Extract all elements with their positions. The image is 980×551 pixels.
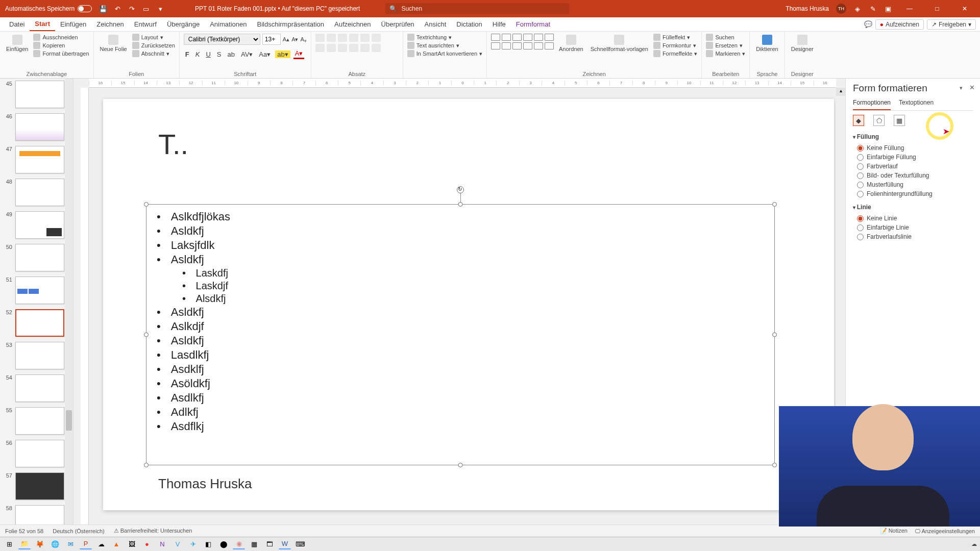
thumb-54[interactable] <box>15 374 64 402</box>
thumb-55[interactable] <box>15 407 64 435</box>
explorer-icon[interactable]: 📁 <box>18 539 31 549</box>
shadow-button[interactable]: ab <box>226 50 236 59</box>
close-button[interactable]: ✕ <box>954 1 975 16</box>
outdent-icon[interactable] <box>338 34 347 42</box>
maximize-button[interactable]: □ <box>927 1 947 16</box>
outlook-icon[interactable]: ✉ <box>64 539 77 549</box>
fill-solid-radio[interactable]: Einfarbige Füllung <box>853 153 973 162</box>
cut-button[interactable]: Ausschneiden <box>33 34 89 41</box>
app-icon[interactable]: ◧ <box>202 539 214 549</box>
fill-gradient-radio[interactable]: Farbverlauf <box>853 162 973 171</box>
system-tray[interactable]: ☁ <box>971 541 977 547</box>
resize-handle[interactable] <box>458 202 463 207</box>
undo-icon[interactable]: ↶ <box>113 5 121 13</box>
thumb-49[interactable] <box>15 211 64 239</box>
thumb-58[interactable] <box>15 505 64 524</box>
tab-aufzeichnen[interactable]: Aufzeichnen <box>329 17 376 31</box>
reset-button[interactable]: Zurücksetzen <box>132 42 175 49</box>
grow-font-icon[interactable]: A▴ <box>283 36 289 43</box>
smartart-button[interactable]: In SmartArt konvertieren ▾ <box>407 50 482 57</box>
dictate-button[interactable]: Diktieren <box>754 34 780 53</box>
app-icon[interactable]: ☁ <box>95 539 107 549</box>
slide-thumbnails[interactable]: 45 46 47 48 49 50 51 52 53 54 55 56 57 5… <box>0 79 74 524</box>
autosave-toggle[interactable]: Automatisches Speichern <box>5 5 92 12</box>
line-none-radio[interactable]: Keine Linie <box>853 214 973 223</box>
thumb-50[interactable] <box>15 244 64 271</box>
list-item[interactable]: Alsdkfj <box>182 292 764 305</box>
comments-icon[interactable]: 💬 <box>864 20 872 28</box>
line-solid-radio[interactable]: Einfarbige Linie <box>853 223 973 232</box>
effects-icon[interactable]: ⬠ <box>873 115 885 126</box>
record-button[interactable]: ●Aufzeichnen <box>875 19 924 30</box>
fill-picture-radio[interactable]: Bild- oder Texturfüllung <box>853 171 973 180</box>
new-slide-button[interactable]: Neue Folie <box>98 34 129 53</box>
resize-handle[interactable] <box>772 333 777 337</box>
scroll-up-icon[interactable]: ▴ <box>836 88 845 96</box>
status-accessibility[interactable]: ⚠ Barrierefreiheit: Untersuchen <box>114 528 192 534</box>
find-button[interactable]: Suchen <box>706 34 745 41</box>
tab-einfuegen[interactable]: Einfügen <box>55 17 91 31</box>
redo-icon[interactable]: ↷ <box>128 5 136 13</box>
numbering-icon[interactable] <box>327 34 336 42</box>
word-icon[interactable]: W <box>279 539 291 549</box>
minimize-button[interactable]: — <box>899 1 920 16</box>
shape-gallery[interactable] <box>491 34 554 49</box>
thumb-53[interactable] <box>15 342 64 369</box>
section-line-toggle[interactable]: Linie <box>853 204 973 211</box>
columns-icon[interactable] <box>360 44 370 52</box>
status-language[interactable]: Deutsch (Österreich) <box>53 528 104 534</box>
section-fill-toggle[interactable]: Füllung <box>853 133 973 140</box>
bullet-list[interactable]: Aslkdfjlökas Asldkfj Laksjfdlk Asldkfj L… <box>146 205 774 439</box>
copy-button[interactable]: Kopieren <box>33 42 89 49</box>
quickstyles-button[interactable]: Schnellformat-vorlagen <box>589 34 650 53</box>
thumbs-scrollbar[interactable] <box>65 79 73 524</box>
vlc-icon[interactable]: ▲ <box>110 539 122 549</box>
shrink-font-icon[interactable]: A▾ <box>291 36 298 43</box>
resize-handle[interactable] <box>458 463 463 467</box>
list-level-icon[interactable] <box>372 34 381 42</box>
list-item[interactable]: Asdlkfj <box>157 391 764 405</box>
align-right-icon[interactable] <box>338 44 347 52</box>
text-direction-button[interactable]: Textrichtung ▾ <box>407 34 482 41</box>
thumb-47[interactable] <box>15 146 64 173</box>
list-item[interactable]: Aslkdfjlökas <box>157 210 764 224</box>
bold-button[interactable]: F <box>184 50 191 59</box>
tab-formformat[interactable]: Formformat <box>511 17 555 31</box>
list-item[interactable]: Asldkfj <box>157 253 764 267</box>
pane-collapse-icon[interactable]: ▾ <box>960 85 963 91</box>
content-textbox[interactable]: Aslkdfjlökas Asldkfj Laksjfdlk Asldkfj L… <box>146 204 775 465</box>
linespacing-icon[interactable] <box>360 34 370 42</box>
list-item[interactable]: Asöldkfj <box>157 377 764 391</box>
resize-handle[interactable] <box>144 333 149 337</box>
onenote-icon[interactable]: N <box>156 539 168 549</box>
arrange-button[interactable]: Anordnen <box>557 34 585 53</box>
list-item[interactable]: Asldkfj <box>157 305 764 319</box>
obs-icon[interactable]: ⬤ <box>217 539 230 549</box>
status-display-settings[interactable]: 🖵 Anzeigeeinstellungen <box>915 528 975 534</box>
align-text-button[interactable]: Text ausrichten ▾ <box>407 42 482 49</box>
tab-zeichnen[interactable]: Zeichnen <box>91 17 129 31</box>
window-icon[interactable]: ▣ <box>884 5 892 13</box>
chrome-icon[interactable]: 🌐 <box>49 539 61 549</box>
thumb-57[interactable] <box>15 472 64 500</box>
strike-button[interactable]: S <box>215 50 223 59</box>
thumb-46[interactable] <box>15 113 64 141</box>
spacing-button[interactable]: AV▾ <box>239 50 254 59</box>
slide-canvas[interactable]: T.. Aslkdfjlökas Asldkfj Laksjfdlk <box>103 99 834 510</box>
underline-button[interactable]: U <box>204 50 212 59</box>
bullets-icon[interactable] <box>315 34 325 42</box>
share-button[interactable]: ↗Freigeben▾ <box>927 19 976 30</box>
list-item[interactable]: Adlkfj <box>157 405 764 419</box>
tab-hilfe[interactable]: Hilfe <box>487 17 511 31</box>
designer-button[interactable]: Designer <box>789 34 816 53</box>
tab-bildschirmpraesentation[interactable]: Bildschirmpräsentation <box>252 17 329 31</box>
app-icon[interactable]: 🖼 <box>126 539 138 549</box>
list-item[interactable]: Lasdlkfj <box>157 348 764 362</box>
list-item[interactable]: Asldkfj <box>157 334 764 348</box>
start-button[interactable]: ⊞ <box>3 539 15 549</box>
resize-handle[interactable] <box>144 202 149 207</box>
tab-ueberpruefen[interactable]: Überprüfen <box>376 17 420 31</box>
font-color-button[interactable]: A▾ <box>293 49 305 59</box>
resize-handle[interactable] <box>772 202 777 207</box>
size-props-icon[interactable]: ▦ <box>894 115 905 126</box>
